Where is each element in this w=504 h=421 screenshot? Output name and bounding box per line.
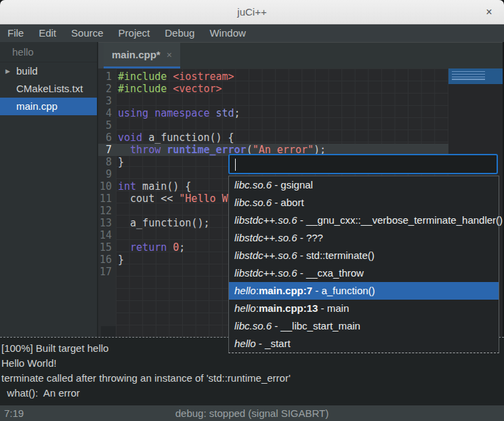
code-token: a_function() { xyxy=(142,132,234,144)
sidebar-item-cmakelists-txt[interactable]: CMakeLists.txt xyxy=(0,80,97,98)
code-token: <iostream> xyxy=(173,71,234,83)
line-number: 5 xyxy=(98,119,112,132)
backtrace-item[interactable]: libstdc++.so.6 - __gnu_cxx::__verbose_te… xyxy=(229,212,499,229)
window-title: juCi++ xyxy=(237,6,266,18)
backtrace-segment: libstdc++.so.6 xyxy=(234,214,297,226)
backtrace-item[interactable]: hello:main.cpp:7 - a_function() xyxy=(229,282,499,300)
backtrace-segment: - a_function() xyxy=(312,285,375,296)
backtrace-segment: main.cpp:13 xyxy=(259,302,318,314)
menu-file[interactable]: File xyxy=(0,24,31,42)
line-number: 8 xyxy=(98,156,112,168)
backtrace-segment: - std::terminate() xyxy=(297,249,375,261)
code-token: } xyxy=(118,254,124,266)
code-token: 0 xyxy=(173,241,179,254)
backtrace-segment: - abort xyxy=(272,197,304,208)
sidebar-item-main-cpp[interactable]: main.cpp xyxy=(0,98,97,115)
sidebar-item-label: build xyxy=(16,65,38,77)
code-token xyxy=(161,144,167,156)
tab-bar: main.cpp* × xyxy=(98,43,503,68)
menu-edit[interactable]: Edit xyxy=(31,24,64,42)
menu-project[interactable]: Project xyxy=(111,24,158,42)
backtrace-list: libc.so.6 - gsignallibc.so.6 - abortlibs… xyxy=(228,176,499,353)
backtrace-item[interactable]: libstdc++.so.6 - ??? xyxy=(229,229,499,247)
menu-source[interactable]: Source xyxy=(64,24,111,42)
code-token: namespace xyxy=(154,107,209,119)
project-sidebar: hello ▶buildCMakeLists.txtmain.cpp xyxy=(0,42,98,337)
code-token: cout << xyxy=(118,193,179,205)
code-token: a_function(); xyxy=(118,217,209,229)
backtrace-item[interactable]: libstdc++.so.6 - std::terminate() xyxy=(229,247,499,264)
line-number: 6 xyxy=(98,132,112,144)
backtrace-item[interactable]: libc.so.6 - abort xyxy=(229,194,499,212)
backtrace-item[interactable]: hello - _start xyxy=(229,335,499,353)
text-caret xyxy=(235,159,236,171)
line-number: 17 xyxy=(98,266,112,278)
output-line: Hello World! xyxy=(1,356,504,371)
debug-tooltip xyxy=(448,68,503,84)
code-token xyxy=(209,107,215,119)
backtrace-segment: libstdc++.so.6 xyxy=(234,249,297,261)
line-number: 16 xyxy=(98,254,112,266)
menu-window[interactable]: Window xyxy=(202,24,253,42)
code-token: std xyxy=(216,107,234,119)
code-line: #include <vector> xyxy=(118,83,326,95)
line-number: 2 xyxy=(98,83,112,95)
code-token: #include xyxy=(118,83,173,95)
titlebar[interactable]: juCi++ × xyxy=(0,0,504,24)
backtrace-segment: hello xyxy=(234,338,256,349)
status-bar: 7:19 debug: stopped (signal SIGABRT) xyxy=(0,405,504,421)
backtrace-segment: - __cxa_throw xyxy=(297,267,364,279)
code-token: int xyxy=(118,180,136,193)
line-number: 4 xyxy=(98,107,112,119)
expander-arrow-icon[interactable]: ▶ xyxy=(5,62,10,80)
backtrace-segment: libstdc++.so.6 xyxy=(234,232,297,243)
close-window-icon[interactable]: × xyxy=(482,5,496,19)
backtrace-segment: - __libc_start_main xyxy=(272,320,360,332)
code-line: using namespace std; xyxy=(118,107,326,119)
backtrace-segment: libstdc++.so.6 xyxy=(234,267,297,279)
backtrace-segment: libc.so.6 xyxy=(234,197,272,208)
backtrace-item[interactable]: libstdc++.so.6 - __cxa_throw xyxy=(229,264,499,282)
line-number: 15 xyxy=(98,241,112,254)
project-name-header: hello xyxy=(0,42,97,62)
code-line xyxy=(118,119,326,132)
tab-close-icon[interactable]: × xyxy=(167,49,172,60)
line-number: 9 xyxy=(98,168,112,180)
code-token xyxy=(148,107,154,119)
code-token: void xyxy=(118,132,142,144)
backtrace-item[interactable]: hello:main.cpp:13 - main xyxy=(229,300,499,317)
code-token: #include xyxy=(118,71,173,83)
tab-main-cpp[interactable]: main.cpp* × xyxy=(104,43,180,68)
code-token: ; xyxy=(179,241,185,254)
backtrace-search-input[interactable] xyxy=(228,154,498,174)
backtrace-segment: hello xyxy=(234,302,256,314)
sidebar-item-label: main.cpp xyxy=(16,100,58,112)
backtrace-popup: libc.so.6 - gsignallibc.so.6 - abortlibs… xyxy=(228,154,499,353)
menubar: FileEditSourceProjectDebugWindow xyxy=(0,24,504,42)
line-number: 10 xyxy=(98,180,112,193)
backtrace-segment: hello xyxy=(234,285,256,296)
backtrace-segment: libc.so.6 xyxy=(234,320,272,332)
sidebar-item-label: CMakeLists.txt xyxy=(16,83,83,94)
code-token: using xyxy=(118,107,148,119)
line-number: 11 xyxy=(98,193,112,205)
backtrace-item[interactable]: libc.so.6 - gsignal xyxy=(229,176,499,194)
code-line: void a_function() { xyxy=(118,132,326,144)
backtrace-segment: - gsignal xyxy=(272,179,313,191)
gutter-corner xyxy=(101,326,116,338)
code-token: main() { xyxy=(136,180,191,193)
code-token: ; xyxy=(234,107,240,119)
code-token xyxy=(118,144,130,156)
debug-status: debug: stopped (signal SIGABRT) xyxy=(0,405,504,421)
code-token xyxy=(167,241,173,254)
line-number: 3 xyxy=(98,95,112,107)
code-token: } xyxy=(118,156,124,168)
code-line xyxy=(118,95,326,107)
backtrace-segment: - ??? xyxy=(297,232,323,243)
output-line: what(): An error xyxy=(1,386,504,401)
line-number: 1 xyxy=(98,71,112,83)
sidebar-item-build[interactable]: ▶build xyxy=(0,62,97,80)
backtrace-item[interactable]: libc.so.6 - __libc_start_main xyxy=(229,317,499,335)
menu-debug[interactable]: Debug xyxy=(157,24,202,42)
code-line: #include <iostream> xyxy=(118,71,326,83)
